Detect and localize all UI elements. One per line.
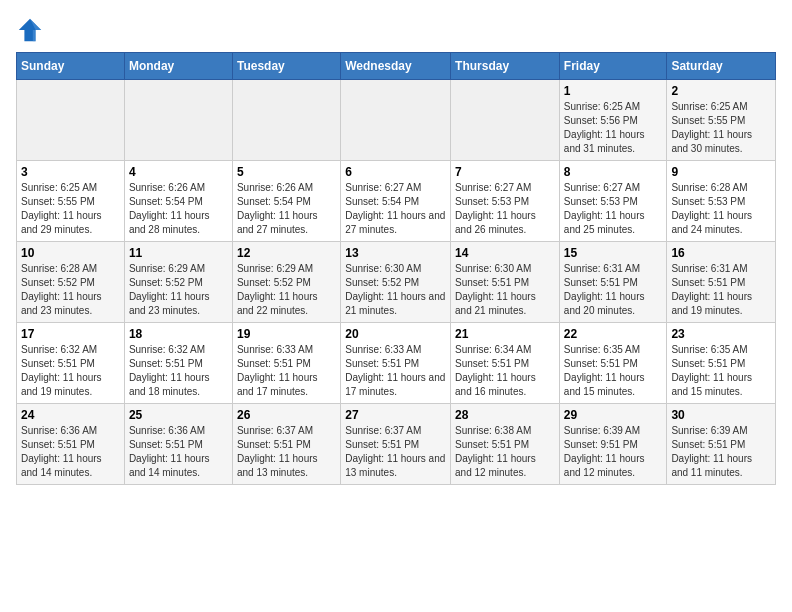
day-number: 21 (455, 327, 555, 341)
calendar-cell: 22Sunrise: 6:35 AM Sunset: 5:51 PM Dayli… (559, 323, 667, 404)
calendar-table: SundayMondayTuesdayWednesdayThursdayFrid… (16, 52, 776, 485)
weekday-header-row: SundayMondayTuesdayWednesdayThursdayFrid… (17, 53, 776, 80)
day-info: Sunrise: 6:25 AM Sunset: 5:55 PM Dayligh… (21, 181, 120, 237)
calendar-cell: 30Sunrise: 6:39 AM Sunset: 5:51 PM Dayli… (667, 404, 776, 485)
day-number: 5 (237, 165, 336, 179)
calendar-cell (451, 80, 560, 161)
day-number: 7 (455, 165, 555, 179)
day-info: Sunrise: 6:28 AM Sunset: 5:53 PM Dayligh… (671, 181, 771, 237)
day-info: Sunrise: 6:38 AM Sunset: 5:51 PM Dayligh… (455, 424, 555, 480)
calendar-cell: 2Sunrise: 6:25 AM Sunset: 5:55 PM Daylig… (667, 80, 776, 161)
weekday-header-monday: Monday (124, 53, 232, 80)
day-number: 10 (21, 246, 120, 260)
day-info: Sunrise: 6:34 AM Sunset: 5:51 PM Dayligh… (455, 343, 555, 399)
calendar-cell: 19Sunrise: 6:33 AM Sunset: 5:51 PM Dayli… (232, 323, 340, 404)
calendar-cell: 25Sunrise: 6:36 AM Sunset: 5:51 PM Dayli… (124, 404, 232, 485)
day-number: 22 (564, 327, 663, 341)
day-info: Sunrise: 6:26 AM Sunset: 5:54 PM Dayligh… (129, 181, 228, 237)
day-info: Sunrise: 6:39 AM Sunset: 5:51 PM Dayligh… (671, 424, 771, 480)
day-number: 29 (564, 408, 663, 422)
calendar-cell: 1Sunrise: 6:25 AM Sunset: 5:56 PM Daylig… (559, 80, 667, 161)
day-info: Sunrise: 6:30 AM Sunset: 5:51 PM Dayligh… (455, 262, 555, 318)
calendar-cell: 29Sunrise: 6:39 AM Sunset: 9:51 PM Dayli… (559, 404, 667, 485)
day-number: 1 (564, 84, 663, 98)
calendar-cell: 6Sunrise: 6:27 AM Sunset: 5:54 PM Daylig… (341, 161, 451, 242)
calendar-week-row: 1Sunrise: 6:25 AM Sunset: 5:56 PM Daylig… (17, 80, 776, 161)
day-info: Sunrise: 6:26 AM Sunset: 5:54 PM Dayligh… (237, 181, 336, 237)
day-number: 30 (671, 408, 771, 422)
calendar-cell: 8Sunrise: 6:27 AM Sunset: 5:53 PM Daylig… (559, 161, 667, 242)
calendar-cell: 14Sunrise: 6:30 AM Sunset: 5:51 PM Dayli… (451, 242, 560, 323)
day-info: Sunrise: 6:27 AM Sunset: 5:53 PM Dayligh… (455, 181, 555, 237)
calendar-cell: 11Sunrise: 6:29 AM Sunset: 5:52 PM Dayli… (124, 242, 232, 323)
weekday-header-sunday: Sunday (17, 53, 125, 80)
calendar-week-row: 3Sunrise: 6:25 AM Sunset: 5:55 PM Daylig… (17, 161, 776, 242)
calendar-cell (232, 80, 340, 161)
day-info: Sunrise: 6:32 AM Sunset: 5:51 PM Dayligh… (21, 343, 120, 399)
weekday-header-tuesday: Tuesday (232, 53, 340, 80)
calendar-body: 1Sunrise: 6:25 AM Sunset: 5:56 PM Daylig… (17, 80, 776, 485)
day-info: Sunrise: 6:39 AM Sunset: 9:51 PM Dayligh… (564, 424, 663, 480)
calendar-cell (341, 80, 451, 161)
day-info: Sunrise: 6:37 AM Sunset: 5:51 PM Dayligh… (237, 424, 336, 480)
day-info: Sunrise: 6:35 AM Sunset: 5:51 PM Dayligh… (671, 343, 771, 399)
day-info: Sunrise: 6:29 AM Sunset: 5:52 PM Dayligh… (129, 262, 228, 318)
calendar-cell: 26Sunrise: 6:37 AM Sunset: 5:51 PM Dayli… (232, 404, 340, 485)
day-number: 28 (455, 408, 555, 422)
day-info: Sunrise: 6:33 AM Sunset: 5:51 PM Dayligh… (345, 343, 446, 399)
day-info: Sunrise: 6:29 AM Sunset: 5:52 PM Dayligh… (237, 262, 336, 318)
calendar-cell: 18Sunrise: 6:32 AM Sunset: 5:51 PM Dayli… (124, 323, 232, 404)
day-number: 25 (129, 408, 228, 422)
logo-icon (16, 16, 44, 44)
day-info: Sunrise: 6:37 AM Sunset: 5:51 PM Dayligh… (345, 424, 446, 480)
calendar-cell: 28Sunrise: 6:38 AM Sunset: 5:51 PM Dayli… (451, 404, 560, 485)
calendar-week-row: 24Sunrise: 6:36 AM Sunset: 5:51 PM Dayli… (17, 404, 776, 485)
weekday-header-wednesday: Wednesday (341, 53, 451, 80)
day-number: 6 (345, 165, 446, 179)
logo (16, 16, 48, 44)
calendar-cell: 4Sunrise: 6:26 AM Sunset: 5:54 PM Daylig… (124, 161, 232, 242)
calendar-cell: 7Sunrise: 6:27 AM Sunset: 5:53 PM Daylig… (451, 161, 560, 242)
calendar-cell: 21Sunrise: 6:34 AM Sunset: 5:51 PM Dayli… (451, 323, 560, 404)
day-number: 16 (671, 246, 771, 260)
day-number: 4 (129, 165, 228, 179)
calendar-cell: 24Sunrise: 6:36 AM Sunset: 5:51 PM Dayli… (17, 404, 125, 485)
day-info: Sunrise: 6:32 AM Sunset: 5:51 PM Dayligh… (129, 343, 228, 399)
calendar-header: SundayMondayTuesdayWednesdayThursdayFrid… (17, 53, 776, 80)
calendar-cell (124, 80, 232, 161)
day-number: 19 (237, 327, 336, 341)
day-info: Sunrise: 6:36 AM Sunset: 5:51 PM Dayligh… (129, 424, 228, 480)
day-info: Sunrise: 6:31 AM Sunset: 5:51 PM Dayligh… (671, 262, 771, 318)
calendar-week-row: 17Sunrise: 6:32 AM Sunset: 5:51 PM Dayli… (17, 323, 776, 404)
calendar-cell: 12Sunrise: 6:29 AM Sunset: 5:52 PM Dayli… (232, 242, 340, 323)
day-number: 11 (129, 246, 228, 260)
calendar-week-row: 10Sunrise: 6:28 AM Sunset: 5:52 PM Dayli… (17, 242, 776, 323)
calendar-cell: 15Sunrise: 6:31 AM Sunset: 5:51 PM Dayli… (559, 242, 667, 323)
day-number: 14 (455, 246, 555, 260)
day-number: 24 (21, 408, 120, 422)
day-number: 12 (237, 246, 336, 260)
calendar-cell: 10Sunrise: 6:28 AM Sunset: 5:52 PM Dayli… (17, 242, 125, 323)
day-number: 8 (564, 165, 663, 179)
day-number: 27 (345, 408, 446, 422)
calendar-cell: 5Sunrise: 6:26 AM Sunset: 5:54 PM Daylig… (232, 161, 340, 242)
day-info: Sunrise: 6:30 AM Sunset: 5:52 PM Dayligh… (345, 262, 446, 318)
day-info: Sunrise: 6:33 AM Sunset: 5:51 PM Dayligh… (237, 343, 336, 399)
calendar-cell: 16Sunrise: 6:31 AM Sunset: 5:51 PM Dayli… (667, 242, 776, 323)
day-number: 23 (671, 327, 771, 341)
day-info: Sunrise: 6:31 AM Sunset: 5:51 PM Dayligh… (564, 262, 663, 318)
day-number: 15 (564, 246, 663, 260)
day-number: 3 (21, 165, 120, 179)
day-number: 13 (345, 246, 446, 260)
day-number: 17 (21, 327, 120, 341)
day-info: Sunrise: 6:27 AM Sunset: 5:53 PM Dayligh… (564, 181, 663, 237)
weekday-header-thursday: Thursday (451, 53, 560, 80)
day-info: Sunrise: 6:25 AM Sunset: 5:55 PM Dayligh… (671, 100, 771, 156)
day-number: 18 (129, 327, 228, 341)
weekday-header-friday: Friday (559, 53, 667, 80)
day-info: Sunrise: 6:35 AM Sunset: 5:51 PM Dayligh… (564, 343, 663, 399)
calendar-cell: 27Sunrise: 6:37 AM Sunset: 5:51 PM Dayli… (341, 404, 451, 485)
day-info: Sunrise: 6:27 AM Sunset: 5:54 PM Dayligh… (345, 181, 446, 237)
calendar-cell: 23Sunrise: 6:35 AM Sunset: 5:51 PM Dayli… (667, 323, 776, 404)
calendar-cell: 13Sunrise: 6:30 AM Sunset: 5:52 PM Dayli… (341, 242, 451, 323)
